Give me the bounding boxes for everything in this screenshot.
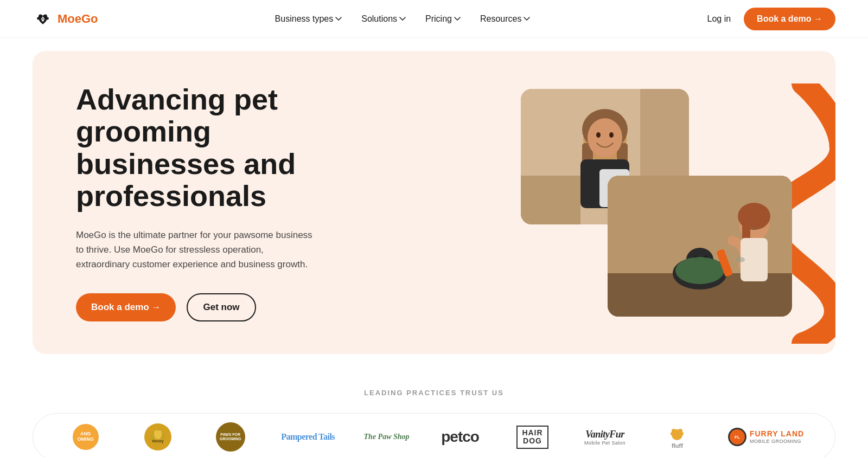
svg-point-7	[42, 16, 44, 18]
svg-point-16	[609, 132, 614, 138]
logo-text: MoeGo	[58, 12, 98, 26]
nav-links: Business types Solutions Pricing Resourc…	[275, 14, 531, 24]
logo-hair-dog: HAIR DOG	[511, 423, 554, 450]
svg-text:Honey: Honey	[152, 439, 164, 443]
logo-paw-shop: The Paw Shop	[364, 423, 410, 450]
hero-buttons: Book a demo → Get now	[76, 293, 358, 321]
logo-and-grooming: ANDOMING	[64, 423, 107, 450]
svg-point-1	[39, 14, 42, 17]
svg-point-8	[42, 19, 44, 21]
svg-point-33	[736, 257, 745, 262]
svg-point-27	[675, 257, 724, 284]
hero-visual	[521, 89, 792, 317]
hero-section: Advancing pet grooming businesses and pr…	[33, 51, 835, 354]
nav-actions: Log in Book a demo →	[707, 8, 835, 30]
svg-point-4	[46, 17, 49, 20]
hero-get-now-button[interactable]: Get now	[187, 293, 256, 321]
hero-image-bottom	[608, 176, 792, 317]
logo-icon	[33, 9, 53, 29]
svg-point-43	[680, 432, 684, 435]
chevron-down-icon	[524, 16, 530, 22]
logo-fluff: fluff	[655, 423, 699, 450]
logo-vanity-fur: VanityFur Mobile Pet Salon	[583, 423, 627, 450]
hero-img-bottom-svg	[608, 176, 792, 317]
trust-section: LEADING PRACTICES TRUST US ANDOMING Hone…	[0, 367, 868, 457]
logo-paws-grooming: PAWS FOR GROOMING	[209, 423, 252, 450]
trust-label: LEADING PRACTICES TRUST US	[33, 389, 835, 397]
svg-point-42	[671, 432, 674, 435]
login-link[interactable]: Log in	[707, 14, 731, 24]
svg-point-36	[154, 430, 157, 435]
chevron-down-icon	[454, 16, 461, 22]
logos-strip: ANDOMING Honey PAWS FOR GROOMING Pampere…	[33, 413, 835, 457]
nav-book-demo-button[interactable]: Book a demo →	[744, 8, 835, 30]
logo-furry-land: FL FURRY LAND MOBILE GROOMING	[728, 423, 804, 450]
chevron-down-icon	[399, 16, 406, 22]
hero-title: Advancing pet grooming businesses and pr…	[76, 83, 358, 213]
logo[interactable]: MoeGo	[33, 9, 98, 29]
honey-icon: Honey	[148, 427, 168, 447]
paw-icon	[668, 425, 686, 442]
svg-point-37	[158, 430, 162, 435]
svg-point-3	[37, 17, 40, 20]
nav-pricing[interactable]: Pricing	[425, 14, 461, 24]
svg-point-15	[596, 132, 601, 138]
hero-description: MoeGo is the ultimate partner for your p…	[76, 228, 315, 272]
nav-solutions[interactable]: Solutions	[361, 14, 406, 24]
svg-rect-19	[521, 176, 580, 224]
hero-book-demo-button[interactable]: Book a demo →	[76, 293, 176, 321]
navbar: MoeGo Business types Solutions Pricing R…	[0, 0, 868, 38]
logo-pampered-tails: Pampered Tails	[281, 423, 335, 450]
logo-honey: Honey	[136, 423, 180, 450]
nav-resources[interactable]: Resources	[480, 14, 530, 24]
hero-content: Advancing pet grooming businesses and pr…	[76, 83, 358, 321]
logo-petco: petco	[438, 423, 482, 450]
chevron-down-icon	[335, 16, 342, 22]
svg-point-2	[44, 14, 47, 17]
svg-point-14	[588, 118, 622, 157]
nav-business-types[interactable]: Business types	[275, 14, 342, 24]
svg-point-5	[41, 18, 43, 20]
svg-point-6	[43, 18, 44, 20]
